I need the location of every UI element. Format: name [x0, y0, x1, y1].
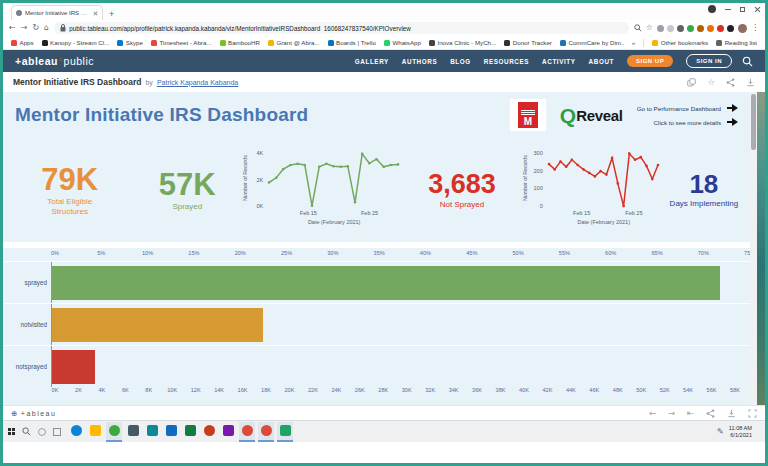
browser-tab[interactable]: Mentor Initiative IRS Dashboard [11, 5, 103, 20]
taskbar-browser-green-icon[interactable] [106, 422, 122, 442]
new-tab-button[interactable]: + [109, 9, 114, 19]
taskbar-green-app-icon[interactable] [277, 422, 293, 442]
bookmark-favicon [716, 40, 722, 46]
bar-row-notsprayed: notsprayed [3, 345, 750, 387]
url-field[interactable]: public.tableau.com/app/profile/patrick.k… [54, 22, 629, 34]
taskbar-mail-icon[interactable] [144, 422, 160, 442]
bookmark-whatsapp[interactable]: WhatsApp [384, 39, 421, 46]
pen-icon[interactable]: ✎ [717, 428, 724, 436]
task-view-icon[interactable] [53, 428, 61, 436]
bookmark-reading-list[interactable]: Reading list [716, 39, 757, 46]
nav-blog[interactable]: BLOG [450, 58, 471, 65]
nav-activity[interactable]: ACTIVITY [542, 58, 576, 65]
bookmark-grant-abra[interactable]: Grant @ Abra... [268, 39, 320, 46]
favorite-star-icon[interactable]: ☆ [707, 78, 715, 87]
brand-dots-icon: ∴ [59, 56, 63, 62]
bookmark-boards-trello[interactable]: Boards | Trello [328, 39, 376, 46]
vertical-scrollbar[interactable] [750, 92, 757, 405]
taskbar-lock-app-icon[interactable] [125, 422, 141, 442]
y-axis-label: Number of Records [242, 146, 250, 210]
minimize-icon[interactable] [725, 9, 731, 10]
bookmark-favicon [504, 40, 510, 46]
tab-close-icon[interactable] [92, 10, 98, 16]
cortana-icon[interactable] [38, 428, 46, 436]
ext-translate-icon[interactable] [657, 25, 664, 32]
taskbar-excel-icon[interactable] [182, 422, 198, 442]
bookmark-favicon [560, 40, 566, 46]
mentor-logo: M [510, 99, 546, 131]
ext-dark-icon[interactable] [677, 25, 684, 32]
taskbar-clock[interactable]: 11:08 AM 6/1/2021 [729, 425, 752, 438]
reload-icon[interactable]: ↻ [32, 24, 39, 32]
bookmark-bamboohr[interactable]: BambooHR [220, 39, 260, 46]
bar-notsprayed[interactable] [52, 350, 95, 384]
avatar[interactable] [738, 24, 747, 33]
bookmark-commcare-by-dim[interactable]: CommCare by Dim... [560, 39, 624, 46]
ext-gray-icon[interactable] [667, 25, 674, 32]
ext-green-icon[interactable] [687, 25, 694, 32]
share-icon[interactable] [726, 78, 735, 87]
reset-icon[interactable]: ⇤ [687, 409, 694, 418]
bookmark-inova-clinic-mych[interactable]: Inova Clinic - MyCh... [429, 39, 496, 46]
notsprayed-trend-chart: Number of Records 3002001000 Feb 15Feb 2… [522, 138, 662, 242]
taskbar-onenote-icon[interactable] [220, 422, 236, 442]
taskbar-search-icon[interactable] [22, 427, 31, 436]
taskbar-chrome-2-icon[interactable] [239, 422, 255, 442]
x-axis-ticks: Feb 15Feb 25 [546, 210, 662, 219]
nav-authors[interactable]: AUTHORS [402, 58, 437, 65]
close-icon[interactable] [754, 6, 761, 13]
share-icon[interactable] [706, 409, 715, 418]
ext-brown-icon[interactable] [697, 25, 704, 32]
taskbar-outlook-icon[interactable] [163, 422, 179, 442]
fullscreen-icon[interactable] [748, 409, 757, 418]
bar-notvisited[interactable] [52, 308, 263, 342]
browser-profile-icon[interactable] [708, 5, 716, 13]
bookmark-kanopy-stream-cl[interactable]: Kanopy - Stream Cl... [42, 39, 110, 46]
download-icon[interactable] [727, 409, 736, 418]
taskbar-file-explorer-icon[interactable] [87, 422, 103, 442]
browser-menu-icon[interactable]: ⋮ [751, 24, 759, 32]
ext-red-icon[interactable] [717, 25, 724, 32]
kpi-days-value: 18 [689, 171, 718, 197]
home-icon[interactable]: ⌂ [44, 24, 49, 32]
sign-in-button[interactable]: SIGN IN [686, 54, 732, 68]
sign-up-button[interactable]: SIGN UP [627, 55, 673, 67]
nav-about[interactable]: ABOUT [589, 58, 614, 65]
bookmarks-overflow-icon[interactable]: » [632, 39, 635, 46]
bookmark-skype[interactable]: Skype [117, 39, 143, 46]
ext-black-icon[interactable] [727, 25, 734, 32]
bar-sprayed[interactable] [52, 266, 720, 300]
desktop-edge [757, 92, 765, 405]
tableau-mark-icon: ⊕ [11, 409, 19, 418]
bookmark-star-icon[interactable]: ☆ [646, 24, 653, 32]
tableau-public-logo[interactable]: +ableau∴public [15, 55, 94, 67]
bookmark-favicon [220, 40, 226, 46]
search-icon[interactable] [634, 24, 642, 32]
go-to-performance-link[interactable]: Go to Performance Dashboard [637, 104, 738, 112]
taskbar-edge-icon[interactable] [68, 422, 84, 442]
see-more-details-link[interactable]: Click to see more details [654, 118, 738, 126]
start-button[interactable] [8, 428, 15, 435]
redo-icon[interactable]: → [668, 409, 675, 418]
scrollbar-thumb[interactable] [751, 94, 756, 150]
ext-orange-icon[interactable] [707, 25, 714, 32]
x-axis-label: Date (February 2021) [546, 219, 662, 228]
bookmark-donor-tracker[interactable]: Donor Tracker [504, 39, 552, 46]
bookmark-timesheet-abra[interactable]: Timesheet - Abra... [151, 39, 212, 46]
nav-gallery[interactable]: GALLERY [355, 58, 389, 65]
nav-resources[interactable]: RESOURCES [484, 58, 529, 65]
navbar-search-icon[interactable] [742, 56, 753, 67]
download-icon[interactable] [746, 78, 755, 87]
undo-icon[interactable]: ← [649, 409, 656, 418]
back-icon[interactable]: ← [9, 24, 16, 32]
viz-title-bar: Mentor Initiative IRS Dashboard by Patri… [3, 72, 765, 92]
copy-icon[interactable] [687, 78, 696, 87]
windows-taskbar: ✎ 11:08 AM 6/1/2021 [3, 420, 765, 442]
taskbar-chrome-3-icon[interactable] [258, 422, 274, 442]
bookmark-apps[interactable]: Apps [11, 39, 34, 46]
maximize-icon[interactable] [740, 7, 745, 12]
forward-icon[interactable]: → [21, 24, 28, 32]
viz-author-link[interactable]: Patrick Kapanda Kabanda [157, 79, 238, 86]
taskbar-powerpoint-icon[interactable] [201, 422, 217, 442]
bookmark-other-bookmarks[interactable]: Other bookmarks [652, 39, 708, 46]
